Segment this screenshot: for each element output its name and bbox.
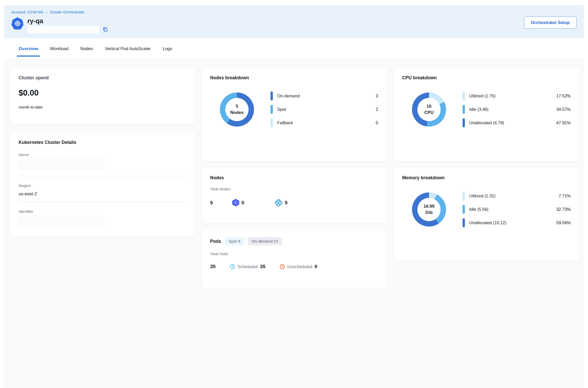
nodes-summary-title: Nodes: [210, 175, 379, 181]
cpu-breakdown-legend: Utilized (1.75)17.52%Idle (3.46)34.57%Un…: [453, 91, 572, 127]
legend-label: Idle (5.56): [469, 207, 556, 212]
pods-card: Pods Spot 9 On-demand 22 Total Pods 35 S…: [202, 230, 387, 288]
cluster-spend-title: Cluster spend: [19, 75, 187, 81]
legend-item: On-demand3: [271, 91, 378, 100]
legend-swatch-icon: [271, 118, 273, 127]
legend-value: 7.71%: [559, 193, 571, 198]
memory-donut-chart: 16.99 Gib: [412, 192, 446, 227]
legend-swatch-icon: [463, 105, 465, 114]
legend-value: 3: [376, 94, 378, 98]
cpu-breakdown-card: CPU breakdown 10 CPU Utilized (1.75)17.5…: [394, 68, 579, 161]
legend-swatch-icon: [271, 91, 273, 100]
nodes-donut-label: Nodes: [230, 110, 244, 116]
tab-logs[interactable]: Logs: [163, 46, 172, 51]
total-nodes-value: 5: [210, 200, 213, 206]
orchestrator-setup-button[interactable]: Orchestrator Setup: [524, 17, 577, 29]
legend-label: Spot: [277, 107, 376, 112]
field-divider: [19, 202, 187, 202]
legend-value: 17.52%: [556, 94, 571, 98]
unscheduled-label: Unscheduled: [287, 264, 312, 269]
pods-title: Pods: [210, 239, 221, 244]
legend-item: Spot2: [271, 105, 378, 114]
nodes-breakdown-legend: On-demand3Spot2Fallback0: [261, 91, 379, 127]
cluster-details-title: Kubernetes Cluster Details: [19, 140, 187, 145]
karpenter-icon: k: [232, 199, 239, 206]
legend-label: Utilized (1.75): [469, 94, 556, 98]
field-value-region: us-east-2: [19, 191, 187, 197]
nodes-donut-value: 5: [236, 103, 238, 110]
legend-item: Idle (3.46)34.57%: [463, 105, 571, 114]
title-row: ry-qa: [11, 17, 577, 33]
field-label-name: Name: [19, 152, 187, 157]
cluster-orchestrator-page: Account: CCM-NG › Cluster Orchestrator: [4, 5, 584, 388]
legend-swatch-icon: [271, 105, 273, 114]
unscheduled-clock-icon: [280, 264, 285, 269]
breadcrumb-page-link[interactable]: Cluster Orchestrator: [50, 10, 85, 14]
cpu-breakdown-title: CPU breakdown: [402, 75, 572, 81]
legend-swatch-icon: [463, 91, 465, 100]
scheduled-label: Scheduled: [237, 264, 258, 269]
legend-label: Idle (3.46): [469, 107, 556, 112]
cpu-donut-chart: 10 CPU: [412, 92, 446, 127]
memory-breakdown-card: Memory breakdown 16.99 Gib Utilized (1.3…: [394, 168, 579, 261]
legend-item: Unallocated (10.12)59.56%: [463, 218, 571, 227]
cluster-details-card: Kubernetes Cluster Details Name Region u…: [11, 133, 195, 236]
legend-swatch-icon: [463, 218, 465, 227]
scheduled-clock-icon: [230, 264, 235, 269]
legend-value: 47.91%: [556, 120, 571, 125]
spot-nodes-icon: [274, 198, 283, 207]
legend-swatch-icon: [463, 205, 465, 214]
field-divider: [19, 176, 187, 176]
legend-item: Utilized (1.31)7.71%: [463, 191, 571, 200]
spot-nodes-value: 5: [285, 200, 288, 206]
nodes-breakdown-card: Nodes breakdown 5 Nodes On-demand3Spot2F…: [202, 68, 387, 161]
field-label-identifier: Identifier: [19, 209, 187, 214]
tab-overview[interactable]: Overview: [19, 46, 38, 51]
legend-label: Utilized (1.31): [469, 193, 559, 198]
cluster-spend-card: Cluster spend $0.00 month-to-date: [11, 68, 195, 124]
legend-label: On-demand: [277, 94, 376, 98]
total-nodes-label: Total Nodes: [210, 187, 379, 191]
cluster-id-redacted: [27, 26, 99, 33]
kubernetes-icon: [11, 17, 23, 29]
nodes-breakdown-title: Nodes breakdown: [210, 75, 379, 81]
legend-swatch-icon: [463, 191, 465, 200]
legend-label: Unallocated (4.79): [469, 120, 556, 125]
field-label-region: Region: [19, 183, 187, 188]
memory-donut-value: 16.99: [424, 203, 435, 209]
breadcrumb-separator-icon: ›: [46, 10, 47, 14]
field-value-name-redacted: [19, 159, 104, 171]
breadcrumb: Account: CCM-NG › Cluster Orchestrator: [11, 10, 577, 14]
total-pods-value: 35: [210, 264, 216, 269]
overview-content: Cluster spend $0.00 month-to-date Kubern…: [4, 59, 584, 388]
tab-nodes[interactable]: Nodes: [80, 46, 93, 51]
legend-label: Unallocated (10.12): [469, 220, 556, 225]
karpenter-nodes-value: 0: [242, 200, 244, 206]
field-value-identifier-redacted: [19, 216, 104, 228]
tab-workload[interactable]: Workload: [50, 46, 69, 51]
legend-item: Idle (5.56)32.73%: [463, 205, 571, 214]
breadcrumb-account-link[interactable]: Account: CCM-NG: [11, 10, 43, 14]
page-title: ry-qa: [27, 17, 108, 25]
unscheduled-value: 0: [315, 264, 317, 269]
legend-value: 32.73%: [556, 207, 571, 212]
cluster-spend-amount: $0.00: [19, 88, 187, 98]
nodes-summary-card: Nodes Total Nodes 5 k 0 5: [202, 168, 387, 223]
legend-value: 0: [376, 120, 378, 125]
legend-item: Utilized (1.75)17.52%: [463, 91, 571, 100]
total-pods-label: Total Pods: [210, 252, 379, 256]
scheduled-value: 35: [260, 264, 265, 269]
legend-value: 34.57%: [556, 107, 571, 112]
legend-item: Unallocated (4.79)47.91%: [463, 118, 571, 127]
copy-icon[interactable]: [102, 26, 108, 33]
tab-vertical-pod-autoscaler[interactable]: Vertical Pod AutoScaler: [105, 46, 151, 51]
legend-swatch-icon: [463, 118, 465, 127]
tab-bar: Overview Workload Nodes Vertical Pod Aut…: [4, 38, 584, 59]
cpu-donut-value: 10: [427, 103, 432, 110]
memory-breakdown-title: Memory breakdown: [402, 175, 572, 181]
memory-breakdown-legend: Utilized (1.31)7.71%Idle (5.56)32.73%Una…: [453, 191, 572, 227]
cpu-donut-label: CPU: [424, 110, 434, 116]
legend-value: 2: [376, 107, 378, 112]
on-demand-pods-badge: On-demand 22: [248, 237, 282, 245]
cluster-spend-period: month-to-date: [19, 105, 187, 109]
